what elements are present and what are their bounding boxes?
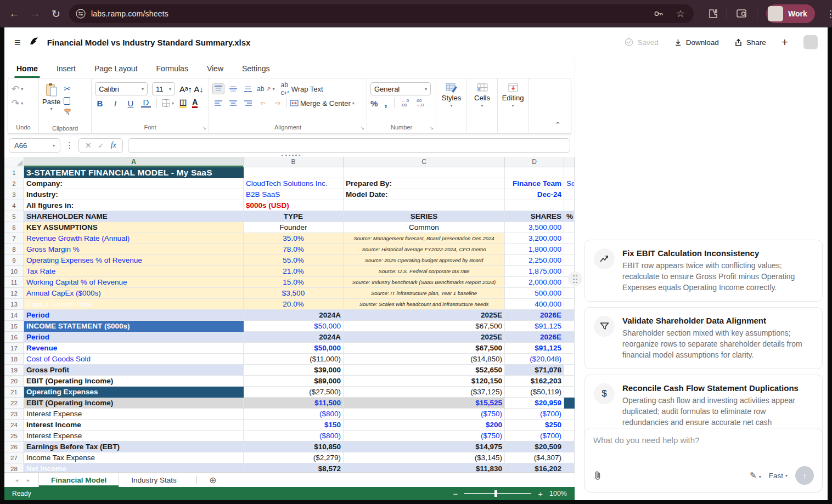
passwords-key-icon[interactable] <box>653 8 664 19</box>
cell[interactable]: $250 <box>505 420 564 431</box>
row-header[interactable]: 13 <box>4 299 24 310</box>
decrease-indent-button[interactable]: ⇦ <box>257 98 269 109</box>
cell[interactable]: ($800) <box>244 409 344 420</box>
cell[interactable]: Source: Industry benchmark (SaaS Benchma… <box>344 277 505 288</box>
user-avatar[interactable] <box>803 35 818 49</box>
tab-view[interactable]: View <box>207 64 223 78</box>
row-header[interactable]: 1 <box>4 167 24 178</box>
cell[interactable]: CloudTech Solutions Inc. <box>244 178 344 189</box>
back-icon[interactable]: ← <box>7 8 22 20</box>
cell[interactable]: Source: IT infrastructure plan, Year 1 b… <box>344 288 505 299</box>
cell[interactable] <box>244 167 344 178</box>
add-sheet-button[interactable]: ⊕ <box>205 473 221 487</box>
cell[interactable]: $89,000 <box>244 376 344 387</box>
cell[interactable] <box>564 420 575 431</box>
cell[interactable]: ($50,119) <box>505 387 564 398</box>
font-dialog-launcher-icon[interactable]: ↘ <box>202 125 206 131</box>
row-header[interactable]: 2 <box>4 178 24 189</box>
zoom-out-button[interactable]: − <box>453 489 458 499</box>
share-button[interactable]: Share <box>734 38 766 47</box>
cell[interactable]: Interest Income <box>24 420 244 431</box>
row-header[interactable]: 9 <box>4 255 24 266</box>
cell[interactable] <box>564 452 575 463</box>
align-bottom-button[interactable] <box>242 83 254 94</box>
cell[interactable] <box>564 431 575 441</box>
send-button[interactable]: ↑ <box>795 466 814 485</box>
cell[interactable]: ($20,048) <box>505 354 564 365</box>
cell[interactable]: Source: Scales with headcount and infras… <box>344 299 505 310</box>
underline-button[interactable]: U <box>126 99 136 108</box>
cell[interactable]: ($750) <box>344 431 505 441</box>
cell[interactable]: B2B SaaS <box>244 189 344 200</box>
cell[interactable]: TYPE <box>244 211 344 222</box>
cell[interactable]: Common <box>344 222 505 233</box>
cell[interactable]: ($750) <box>344 409 505 420</box>
zoom-slider-thumb[interactable] <box>494 490 497 497</box>
tab-search-icon[interactable] <box>736 8 748 19</box>
suggestion-card-ebit[interactable]: Fix EBIT Calculation Inconsistency EBIT … <box>584 240 823 302</box>
download-button[interactable]: Download <box>674 38 719 47</box>
cell[interactable]: $67,500 <box>344 343 505 354</box>
cell[interactable]: $71,078 <box>505 365 564 376</box>
cell[interactable]: Company: <box>24 178 244 189</box>
cell[interactable]: 3,200,000 <box>505 233 564 244</box>
cells-button[interactable]: Cells▾ <box>474 82 490 108</box>
collapse-ribbon-icon[interactable]: ⌃ <box>555 121 561 129</box>
cell[interactable] <box>564 387 575 398</box>
cell[interactable]: ($800) <box>244 431 344 441</box>
bold-button[interactable]: B <box>95 99 105 108</box>
cell[interactable]: $120,150 <box>344 376 505 387</box>
cell[interactable]: $11,500 <box>244 398 344 409</box>
cell[interactable]: ($700) <box>505 409 564 420</box>
cell[interactable]: $50,000 <box>244 343 344 354</box>
cell[interactable]: 21.0% <box>244 266 344 277</box>
cell[interactable] <box>564 288 575 299</box>
row-header[interactable]: 28 <box>4 463 24 472</box>
sheet-tab-industry-stats[interactable]: Industry Stats <box>119 473 189 487</box>
insert-function-icon[interactable]: fx <box>111 141 116 150</box>
cell[interactable]: Source: 2025 Operating budget approved b… <box>344 255 505 266</box>
cell[interactable]: Earnings Before Tax (EBT) <box>24 441 244 452</box>
cell[interactable]: ($4,307) <box>505 452 564 463</box>
cell[interactable] <box>564 222 575 233</box>
suggestion-card-shareholder[interactable]: Validate Shareholder Data Alignment Shar… <box>584 307 823 369</box>
cell[interactable] <box>564 310 575 321</box>
cell[interactable]: $91,125 <box>505 343 564 354</box>
url-text[interactable]: labs.ramp.com/sheets <box>91 9 648 18</box>
cell[interactable]: 2,250,000 <box>505 255 564 266</box>
cell[interactable]: Gross Margin % <box>24 244 244 255</box>
font-family-select[interactable]: Calibri▾ <box>95 82 148 95</box>
cell[interactable]: EBIT (Operating Income) <box>24 376 244 387</box>
cell[interactable]: ($37,125) <box>344 387 505 398</box>
cell[interactable]: Interest Expense <box>24 409 244 420</box>
cell[interactable]: All figures in: <box>24 200 244 211</box>
row-header[interactable]: 10 <box>4 266 24 277</box>
cell[interactable]: $15,525 <box>344 398 505 409</box>
cell[interactable]: 3-STATEMENT FINANCIAL MODEL - My SaaS <box>24 167 244 178</box>
align-left-button[interactable] <box>212 98 224 109</box>
cell[interactable] <box>564 299 575 310</box>
cell[interactable]: $150 <box>244 420 344 431</box>
cell[interactable]: Income Tax Expense <box>24 452 244 463</box>
redo-button[interactable]: ↷▾ <box>12 96 35 110</box>
cell[interactable]: $10,850 <box>244 441 344 452</box>
styles-button[interactable]: Styles▾ <box>442 82 461 108</box>
cell[interactable]: 3,500,000 <box>505 222 564 233</box>
cell[interactable]: Period <box>24 310 244 321</box>
cell[interactable]: Revenue <box>24 343 244 354</box>
number-format-select[interactable]: General▾ <box>370 82 431 95</box>
row-header[interactable]: 15 <box>4 321 24 332</box>
cancel-entry-icon[interactable]: ✕ <box>85 141 92 150</box>
grow-font-button[interactable]: Aᵃ↑ <box>179 84 189 94</box>
row-header[interactable]: 24 <box>4 420 24 431</box>
reload-icon[interactable]: ↻ <box>48 8 64 20</box>
cell[interactable]: Operating Expenses <box>24 387 244 398</box>
cell[interactable]: Industry: <box>24 189 244 200</box>
cell[interactable]: Interest Expense <box>24 431 244 441</box>
cell[interactable]: Working Capital % of Revenue <box>24 277 244 288</box>
address-bar[interactable]: labs.ramp.com/sheets ☆ <box>69 4 694 23</box>
panel-drag-handle[interactable] <box>568 271 582 286</box>
cell[interactable] <box>564 398 575 409</box>
cell[interactable]: $3,500 <box>244 288 344 299</box>
row-header[interactable]: 3 <box>4 189 24 200</box>
